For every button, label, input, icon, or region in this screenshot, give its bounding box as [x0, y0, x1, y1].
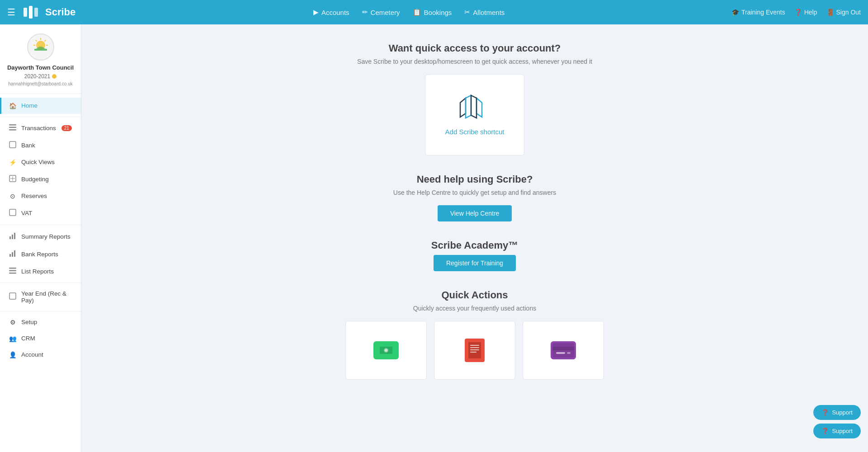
cemetery-icon: ✏ — [362, 8, 368, 16]
svg-rect-8 — [9, 141, 16, 148]
svg-point-23 — [385, 349, 387, 352]
budgeting-icon — [9, 175, 17, 184]
svg-rect-1 — [29, 6, 33, 19]
help-title: Need help using Scribe? — [90, 174, 859, 185]
support-icon-1: ❓ — [821, 409, 829, 416]
svg-rect-18 — [9, 270, 16, 271]
sidebar-item-summary-reports[interactable]: Summary Reports — [0, 228, 81, 245]
qa-card-money[interactable] — [345, 321, 427, 380]
separator — [0, 117, 81, 117]
sidebar-item-bank-reports[interactable]: Bank Reports — [0, 245, 81, 263]
receipt-icon — [465, 339, 485, 362]
bank-reports-icon — [9, 250, 17, 259]
support-button-1[interactable]: ❓ Support — [813, 405, 861, 420]
reserves-icon: ⊙ — [9, 193, 17, 200]
view-help-centre-button[interactable]: View Help Centre — [438, 205, 512, 221]
qa-card-card[interactable] — [523, 321, 604, 380]
help-subtitle: Use the Help Centre to quickly get setup… — [90, 189, 859, 196]
list-reports-icon — [9, 268, 17, 275]
academy-title: Scribe Academy™ — [90, 240, 859, 251]
sidebar-item-vat[interactable]: VAT — [0, 204, 81, 222]
main-content: Want quick access to your account? Save … — [81, 24, 868, 452]
svg-rect-12 — [12, 235, 13, 239]
quick-actions-title: Quick Actions — [90, 289, 859, 301]
nav-accounts[interactable]: ▶ Accounts — [313, 8, 349, 16]
register-training-button[interactable]: Register for Training — [434, 255, 516, 271]
svg-rect-32 — [567, 352, 571, 354]
support-buttons: ❓ Support ❓ Support — [813, 405, 861, 438]
separator-3 — [0, 282, 81, 283]
topnav-right-links: 🎓 Training Events ❓ Help 🚪 Sign Out — [731, 9, 861, 16]
shortcut-title: Want quick access to your account? — [90, 42, 859, 54]
svg-rect-15 — [12, 252, 13, 257]
sidebar-item-year-end[interactable]: Year End (Rec & Pay) — [0, 286, 81, 308]
nav-bookings[interactable]: 📋 Bookings — [413, 8, 452, 16]
sidebar-item-bank[interactable]: Bank — [0, 137, 81, 154]
sidebar-nav: 🏠 Home Transactions 21 Bank ⚡ Quick View… — [0, 94, 81, 452]
svg-rect-26 — [470, 347, 479, 348]
logo-link[interactable]: Scribe — [23, 5, 75, 19]
svg-rect-19 — [9, 273, 16, 274]
quick-actions-section: Quick Actions Quickly access your freque… — [90, 289, 859, 380]
sidebar-profile: Dayworth Town Council 2020-2021 hannahhi… — [0, 24, 81, 94]
nav-help[interactable]: ❓ Help — [794, 9, 817, 16]
sidebar-item-crm[interactable]: 👥 CRM — [0, 330, 81, 347]
shortcut-section: Want quick access to your account? Save … — [90, 42, 859, 155]
sidebar-item-setup[interactable]: ⚙ Setup — [0, 314, 81, 330]
qa-card-receipt[interactable] — [434, 321, 515, 380]
bank-icon — [9, 141, 17, 150]
setup-icon: ⚙ — [9, 319, 17, 326]
avatar — [27, 33, 54, 61]
nav-sign-out[interactable]: 🚪 Sign Out — [826, 9, 861, 16]
svg-rect-16 — [14, 250, 15, 257]
svg-rect-28 — [470, 352, 476, 353]
account-icon: 👤 — [9, 351, 17, 358]
year-status-dot — [52, 74, 57, 79]
quick-actions-subtitle: Quickly access your frequently used acti… — [90, 305, 859, 312]
main-layout: Dayworth Town Council 2020-2021 hannahhi… — [0, 24, 868, 452]
quick-actions-grid — [90, 321, 859, 380]
support-icon-2: ❓ — [821, 428, 829, 434]
sign-out-icon: 🚪 — [826, 9, 834, 16]
nav-cemetery[interactable]: ✏ Cemetery — [362, 8, 400, 16]
svg-rect-11 — [9, 236, 11, 239]
separator-2 — [0, 225, 81, 225]
logo-text: Scribe — [45, 6, 75, 18]
crm-icon: 👥 — [9, 335, 17, 342]
nav-allotments[interactable]: ✂ Allotments — [464, 8, 505, 16]
sidebar-year: 2020-2021 — [5, 73, 76, 80]
sidebar-item-transactions[interactable]: Transactions 21 — [0, 120, 81, 137]
accounts-icon: ▶ — [313, 8, 319, 16]
svg-rect-20 — [9, 293, 16, 299]
top-navigation: ☰ Scribe ▶ Accounts ✏ Cemetery 📋 Booking… — [0, 0, 868, 24]
topnav-links: ▶ Accounts ✏ Cemetery 📋 Bookings ✂ Allot… — [86, 8, 731, 16]
support-button-2[interactable]: ❓ Support — [813, 424, 861, 438]
help-icon: ❓ — [794, 9, 802, 16]
sidebar: Dayworth Town Council 2020-2021 hannahhi… — [0, 24, 81, 452]
sidebar-item-budgeting[interactable]: Budgeting — [0, 170, 81, 188]
academy-section: Scribe Academy™ Register for Training — [90, 240, 859, 271]
sidebar-item-home[interactable]: 🏠 Home — [0, 98, 81, 114]
sidebar-item-account[interactable]: 👤 Account — [0, 347, 81, 363]
card-icon — [551, 341, 576, 359]
add-shortcut-card[interactable]: Add Scribe shortcut — [425, 74, 524, 155]
svg-rect-4 — [34, 49, 47, 51]
svg-rect-13 — [14, 233, 15, 239]
transactions-icon — [9, 124, 17, 132]
vat-icon — [9, 209, 17, 217]
help-section: Need help using Scribe? Use the Help Cen… — [90, 174, 859, 221]
sidebar-item-list-reports[interactable]: List Reports — [0, 263, 81, 280]
svg-rect-14 — [9, 254, 11, 257]
sidebar-item-reserves[interactable]: ⊙ Reserves — [0, 188, 81, 204]
hamburger-menu[interactable]: ☰ — [7, 7, 15, 18]
svg-rect-2 — [34, 8, 38, 17]
separator-4 — [0, 311, 81, 311]
svg-rect-0 — [24, 8, 27, 17]
nav-training-events[interactable]: 🎓 Training Events — [731, 9, 785, 16]
sidebar-item-quick-views[interactable]: ⚡ Quick Views — [0, 154, 81, 170]
training-events-icon: 🎓 — [731, 9, 739, 16]
year-end-icon — [9, 292, 17, 301]
transactions-badge: 21 — [61, 125, 72, 131]
logo-icon — [23, 5, 42, 19]
org-name: Dayworth Town Council — [5, 64, 76, 72]
